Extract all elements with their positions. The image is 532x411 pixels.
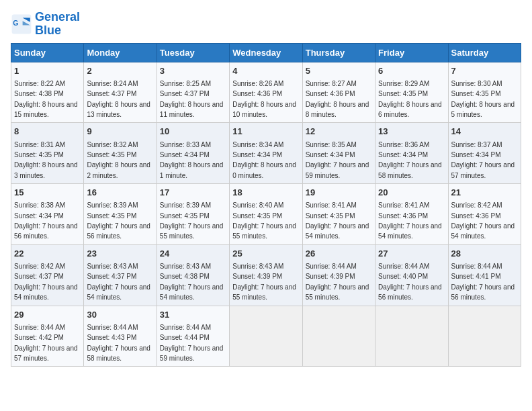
weekday-header-thursday: Thursday xyxy=(302,43,375,62)
week-row-5: 29Sunrise: 8:44 AMSunset: 4:42 PMDayligh… xyxy=(11,306,521,367)
calendar-cell: 27Sunrise: 8:44 AMSunset: 4:40 PMDayligh… xyxy=(375,244,448,306)
day-number: 20 xyxy=(378,187,445,199)
logo-icon: G xyxy=(11,13,32,35)
week-row-3: 15Sunrise: 8:38 AMSunset: 4:34 PMDayligh… xyxy=(11,184,521,245)
day-detail: Sunrise: 8:30 AMSunset: 4:35 PMDaylight:… xyxy=(451,80,515,118)
day-detail: Sunrise: 8:39 AMSunset: 4:35 PMDaylight:… xyxy=(160,201,224,240)
day-number: 7 xyxy=(451,65,518,77)
weekday-header-monday: Monday xyxy=(84,43,157,62)
day-number: 15 xyxy=(14,187,81,199)
day-number: 1 xyxy=(14,65,81,77)
calendar-cell: 3Sunrise: 8:25 AMSunset: 4:37 PMDaylight… xyxy=(157,62,229,123)
calendar-cell: 22Sunrise: 8:42 AMSunset: 4:37 PMDayligh… xyxy=(11,244,84,306)
day-detail: Sunrise: 8:41 AMSunset: 4:35 PMDaylight:… xyxy=(306,201,369,240)
calendar-cell: 4Sunrise: 8:26 AMSunset: 4:36 PMDaylight… xyxy=(230,62,302,123)
week-row-4: 22Sunrise: 8:42 AMSunset: 4:37 PMDayligh… xyxy=(11,244,521,306)
calendar-body: 1Sunrise: 8:22 AMSunset: 4:38 PMDaylight… xyxy=(11,62,521,367)
calendar-cell xyxy=(302,306,375,367)
weekday-header-sunday: Sunday xyxy=(11,43,84,62)
calendar-cell: 12Sunrise: 8:35 AMSunset: 4:34 PMDayligh… xyxy=(302,123,375,184)
day-number: 9 xyxy=(87,126,153,138)
day-detail: Sunrise: 8:27 AMSunset: 4:36 PMDaylight:… xyxy=(306,80,369,118)
day-number: 2 xyxy=(87,65,153,77)
day-number: 6 xyxy=(378,65,445,77)
day-detail: Sunrise: 8:43 AMSunset: 4:39 PMDaylight:… xyxy=(232,263,296,301)
calendar-cell: 20Sunrise: 8:41 AMSunset: 4:36 PMDayligh… xyxy=(375,184,448,245)
day-detail: Sunrise: 8:44 AMSunset: 4:39 PMDaylight:… xyxy=(306,263,369,301)
calendar-cell: 30Sunrise: 8:44 AMSunset: 4:43 PMDayligh… xyxy=(84,306,157,367)
day-number: 5 xyxy=(306,65,372,77)
day-number: 3 xyxy=(160,65,226,77)
day-detail: Sunrise: 8:44 AMSunset: 4:41 PMDaylight:… xyxy=(451,263,515,301)
day-number: 30 xyxy=(87,309,153,321)
day-detail: Sunrise: 8:44 AMSunset: 4:44 PMDaylight:… xyxy=(160,324,224,362)
calendar-cell: 6Sunrise: 8:29 AMSunset: 4:35 PMDaylight… xyxy=(375,62,448,123)
day-detail: Sunrise: 8:36 AMSunset: 4:34 PMDaylight:… xyxy=(378,141,442,179)
calendar-cell: 7Sunrise: 8:30 AMSunset: 4:35 PMDaylight… xyxy=(448,62,521,123)
calendar-cell xyxy=(230,306,302,367)
day-number: 24 xyxy=(160,248,226,260)
calendar-cell: 14Sunrise: 8:37 AMSunset: 4:34 PMDayligh… xyxy=(448,123,521,184)
week-row-2: 8Sunrise: 8:31 AMSunset: 4:35 PMDaylight… xyxy=(11,123,521,184)
day-number: 13 xyxy=(378,126,445,138)
day-detail: Sunrise: 8:24 AMSunset: 4:37 PMDaylight:… xyxy=(87,80,150,118)
calendar-cell: 1Sunrise: 8:22 AMSunset: 4:38 PMDaylight… xyxy=(11,62,84,123)
calendar-cell: 5Sunrise: 8:27 AMSunset: 4:36 PMDaylight… xyxy=(302,62,375,123)
weekday-header-tuesday: Tuesday xyxy=(157,43,229,62)
day-detail: Sunrise: 8:42 AMSunset: 4:36 PMDaylight:… xyxy=(451,201,515,240)
day-number: 16 xyxy=(87,187,153,199)
calendar-cell: 9Sunrise: 8:32 AMSunset: 4:35 PMDaylight… xyxy=(84,123,157,184)
calendar-table: SundayMondayTuesdayWednesdayThursdayFrid… xyxy=(11,43,521,367)
day-number: 28 xyxy=(451,248,518,260)
calendar-cell xyxy=(375,306,448,367)
calendar-cell: 10Sunrise: 8:33 AMSunset: 4:34 PMDayligh… xyxy=(157,123,229,184)
calendar-cell: 28Sunrise: 8:44 AMSunset: 4:41 PMDayligh… xyxy=(448,244,521,306)
day-detail: Sunrise: 8:22 AMSunset: 4:38 PMDaylight:… xyxy=(14,80,78,118)
day-number: 10 xyxy=(160,126,226,138)
day-detail: Sunrise: 8:32 AMSunset: 4:35 PMDaylight:… xyxy=(87,141,150,179)
day-number: 26 xyxy=(306,248,372,260)
calendar-cell: 29Sunrise: 8:44 AMSunset: 4:42 PMDayligh… xyxy=(11,306,84,367)
day-detail: Sunrise: 8:29 AMSunset: 4:35 PMDaylight:… xyxy=(378,80,442,118)
day-number: 4 xyxy=(232,65,299,77)
weekday-header-wednesday: Wednesday xyxy=(230,43,302,62)
calendar-cell: 23Sunrise: 8:43 AMSunset: 4:37 PMDayligh… xyxy=(84,244,157,306)
weekday-header-row: SundayMondayTuesdayWednesdayThursdayFrid… xyxy=(11,43,521,62)
header: G General Blue xyxy=(11,11,521,38)
day-number: 31 xyxy=(160,309,226,321)
day-number: 21 xyxy=(451,187,518,199)
logo-text: General Blue xyxy=(35,11,80,38)
day-number: 27 xyxy=(378,248,445,260)
day-number: 29 xyxy=(14,309,81,321)
calendar-cell: 24Sunrise: 8:43 AMSunset: 4:38 PMDayligh… xyxy=(157,244,229,306)
day-number: 22 xyxy=(14,248,81,260)
day-detail: Sunrise: 8:43 AMSunset: 4:37 PMDaylight:… xyxy=(87,263,150,301)
day-number: 19 xyxy=(306,187,372,199)
calendar-cell: 21Sunrise: 8:42 AMSunset: 4:36 PMDayligh… xyxy=(448,184,521,245)
day-number: 14 xyxy=(451,126,518,138)
day-number: 23 xyxy=(87,248,153,260)
logo: G General Blue xyxy=(11,11,80,38)
day-detail: Sunrise: 8:26 AMSunset: 4:36 PMDaylight:… xyxy=(232,80,296,118)
day-detail: Sunrise: 8:44 AMSunset: 4:43 PMDaylight:… xyxy=(87,324,150,362)
calendar-cell: 18Sunrise: 8:40 AMSunset: 4:35 PMDayligh… xyxy=(230,184,302,245)
day-detail: Sunrise: 8:39 AMSunset: 4:35 PMDaylight:… xyxy=(87,201,150,240)
day-detail: Sunrise: 8:41 AMSunset: 4:36 PMDaylight:… xyxy=(378,201,442,240)
day-number: 12 xyxy=(306,126,372,138)
day-number: 17 xyxy=(160,187,226,199)
calendar-cell: 31Sunrise: 8:44 AMSunset: 4:44 PMDayligh… xyxy=(157,306,229,367)
day-detail: Sunrise: 8:37 AMSunset: 4:34 PMDaylight:… xyxy=(451,141,515,179)
day-detail: Sunrise: 8:34 AMSunset: 4:34 PMDaylight:… xyxy=(232,141,296,179)
day-detail: Sunrise: 8:25 AMSunset: 4:37 PMDaylight:… xyxy=(160,80,224,118)
day-detail: Sunrise: 8:44 AMSunset: 4:40 PMDaylight:… xyxy=(378,263,442,301)
day-number: 11 xyxy=(232,126,299,138)
day-detail: Sunrise: 8:40 AMSunset: 4:35 PMDaylight:… xyxy=(232,201,296,240)
calendar-cell: 8Sunrise: 8:31 AMSunset: 4:35 PMDaylight… xyxy=(11,123,84,184)
day-detail: Sunrise: 8:38 AMSunset: 4:34 PMDaylight:… xyxy=(14,201,78,240)
day-number: 25 xyxy=(232,248,299,260)
calendar-cell: 16Sunrise: 8:39 AMSunset: 4:35 PMDayligh… xyxy=(84,184,157,245)
day-detail: Sunrise: 8:33 AMSunset: 4:34 PMDaylight:… xyxy=(160,141,224,179)
calendar-cell: 19Sunrise: 8:41 AMSunset: 4:35 PMDayligh… xyxy=(302,184,375,245)
calendar-cell: 17Sunrise: 8:39 AMSunset: 4:35 PMDayligh… xyxy=(157,184,229,245)
day-number: 8 xyxy=(14,126,81,138)
